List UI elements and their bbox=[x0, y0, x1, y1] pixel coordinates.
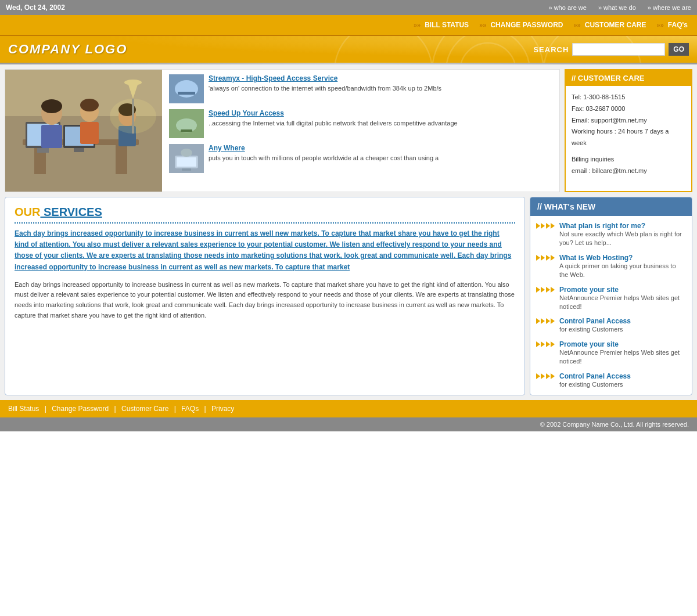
services-normal-text: Each day brings increased opportunity to… bbox=[15, 280, 515, 320]
whats-new-body-2: NetAnnounce Premier helps Web sites get … bbox=[559, 294, 686, 312]
customer-care-billing-label: Billing inquiries bbox=[572, 154, 685, 165]
left-content: Streamyx - High-Speed Access Service 'al… bbox=[5, 69, 692, 395]
article-text-3: Any Where puts you in touch with million… bbox=[209, 144, 439, 163]
nav-link-where[interactable]: where we are bbox=[648, 4, 691, 11]
svg-point-18 bbox=[41, 99, 62, 113]
footer-link-3[interactable]: FAQs bbox=[181, 405, 199, 413]
whats-new-body-1: A quick primer on taking your business t… bbox=[559, 262, 686, 280]
services-heading-our: OUR bbox=[15, 206, 40, 218]
svg-rect-31 bbox=[178, 92, 195, 95]
whats-new-item-0: What plan is right for me? Not sure exac… bbox=[536, 222, 686, 248]
whats-new-text-3: Control Panel Access for existing Custom… bbox=[559, 317, 631, 334]
whats-new-title-0[interactable]: What plan is right for me? bbox=[559, 222, 686, 230]
arrow-double-1b bbox=[546, 255, 555, 261]
svg-point-4 bbox=[335, 36, 432, 63]
change-password-button[interactable]: CHANGE PASSWORD bbox=[476, 20, 566, 30]
footer-links: Bill Status | Change Password | Customer… bbox=[0, 400, 697, 417]
svg-rect-9 bbox=[116, 145, 127, 174]
whats-new-title-2[interactable]: Promote your site bbox=[559, 286, 686, 294]
footer-link-2[interactable]: Customer Care bbox=[121, 405, 168, 413]
article-title-1[interactable]: Streamyx - High-Speed Access Service bbox=[209, 74, 441, 82]
svg-rect-12 bbox=[37, 148, 49, 153]
customer-care-tel: Tel: 1-300-88-1515 bbox=[572, 92, 685, 103]
article-thumb-3 bbox=[169, 144, 204, 173]
svg-rect-15 bbox=[74, 148, 84, 152]
svg-point-28 bbox=[110, 99, 156, 134]
article-item-2: Speed Up Your Access ..accessing the Int… bbox=[169, 109, 552, 138]
faq-button[interactable]: FAQ's bbox=[653, 20, 691, 30]
footer-copyright: © 2002 Company Name Co., Ltd. All rights… bbox=[0, 417, 697, 431]
top-nav-links: who are we what we do where we are bbox=[548, 4, 691, 11]
arrow-icon-3 bbox=[536, 318, 555, 324]
article-body-2: ..accessing the Internet via full digita… bbox=[209, 119, 458, 128]
svg-point-0 bbox=[432, 36, 544, 63]
main-content: Streamyx - High-Speed Access Service 'al… bbox=[0, 64, 697, 400]
nav-link-who[interactable]: who are we bbox=[548, 4, 586, 11]
whats-new-text-0: What plan is right for me? Not sure exac… bbox=[559, 222, 686, 248]
arrow-double-3b bbox=[546, 318, 555, 324]
customer-care-hours: Working hours : 24 hours 7 days a week bbox=[572, 126, 685, 149]
arrow-icon-0 bbox=[536, 223, 555, 229]
svg-point-30 bbox=[175, 80, 198, 98]
customer-care-body: Tel: 1-300-88-1515 Fax: 03-2687 0000 Ema… bbox=[566, 86, 691, 183]
arrow-double-2 bbox=[536, 287, 545, 293]
people-illustration bbox=[5, 70, 162, 192]
article-body-1: 'always on' connection to the internet w… bbox=[209, 84, 441, 93]
search-area: SEARCH GO bbox=[533, 43, 689, 56]
arrow-icon-5 bbox=[536, 373, 555, 379]
whats-new-header: WHAT's NEW bbox=[530, 197, 692, 216]
whats-new-title-1[interactable]: What is Web Hosting? bbox=[559, 254, 686, 262]
whats-new-item-3: Control Panel Access for existing Custom… bbox=[536, 317, 686, 334]
article-image-2 bbox=[169, 109, 204, 138]
arrow-double-0 bbox=[536, 223, 545, 229]
article-item-3: Any Where puts you in touch with million… bbox=[169, 144, 552, 173]
feature-row: Streamyx - High-Speed Access Service 'al… bbox=[5, 69, 692, 192]
article-title-2[interactable]: Speed Up Your Access bbox=[209, 109, 458, 117]
services-bold-text: Each day brings increased opportunity to… bbox=[15, 228, 515, 273]
feature-left: Streamyx - High-Speed Access Service 'al… bbox=[5, 69, 560, 192]
feature-articles: Streamyx - High-Speed Access Service 'al… bbox=[162, 70, 559, 192]
whats-new-text-2: Promote your site NetAnnounce Premier he… bbox=[559, 286, 686, 312]
customer-care-button[interactable]: CUSTOMER CARE bbox=[570, 20, 650, 30]
svg-rect-39 bbox=[177, 157, 196, 167]
arrow-double-1 bbox=[536, 255, 545, 261]
article-thumb-2 bbox=[169, 109, 204, 138]
whats-new-item-1: What is Web Hosting? A quick primer on t… bbox=[536, 254, 686, 280]
svg-rect-17 bbox=[41, 125, 62, 148]
arrow-double-4 bbox=[536, 341, 545, 347]
arrow-double-0b bbox=[546, 223, 555, 229]
services-section: OUR SERVICES Each day brings increased o… bbox=[5, 197, 525, 395]
footer-link-0[interactable]: Bill Status bbox=[8, 405, 39, 413]
arrow-double-3 bbox=[536, 318, 545, 324]
feature-photo bbox=[5, 70, 162, 192]
svg-point-1 bbox=[446, 36, 530, 63]
whats-new-item-4: Promote your site NetAnnounce Premier he… bbox=[536, 340, 686, 366]
whats-new-body-0: Not sure exactly which Web plan is right… bbox=[559, 230, 686, 248]
whats-new-body-3: for existing Customers bbox=[559, 325, 631, 334]
top-nav-bar: Wed, Oct 24, 2002 who are we what we do … bbox=[0, 0, 697, 15]
bottom-row: OUR SERVICES Each day brings increased o… bbox=[5, 197, 692, 395]
whats-new-title-4[interactable]: Promote your site bbox=[559, 340, 686, 348]
footer-link-4[interactable]: Privacy bbox=[211, 405, 234, 413]
arrow-double-2b bbox=[546, 287, 555, 293]
search-input[interactable] bbox=[572, 43, 665, 56]
go-button[interactable]: GO bbox=[669, 43, 689, 56]
footer-link-1[interactable]: Change Password bbox=[52, 405, 109, 413]
customer-care-billing-email: email : billcare@tm.net.my bbox=[572, 165, 685, 177]
svg-rect-36 bbox=[181, 129, 192, 132]
services-heading-services: SERVICES bbox=[40, 206, 102, 218]
whats-new-title-5[interactable]: Control Panel Access bbox=[559, 372, 631, 380]
whats-new-item-5: Control Panel Access for existing Custom… bbox=[536, 372, 686, 389]
nav-link-what[interactable]: what we do bbox=[598, 4, 636, 11]
whats-new-title-3[interactable]: Control Panel Access bbox=[559, 317, 631, 325]
company-logo: COMPANY LOGO bbox=[8, 42, 127, 57]
whats-new-text-5: Control Panel Access for existing Custom… bbox=[559, 372, 631, 389]
article-thumb-1 bbox=[169, 74, 204, 103]
arrow-icon-4 bbox=[536, 341, 555, 347]
bill-status-button[interactable]: BILL STATUS bbox=[410, 20, 472, 30]
article-image-3 bbox=[169, 144, 204, 173]
article-title-3[interactable]: Any Where bbox=[209, 144, 439, 152]
article-text-1: Streamyx - High-Speed Access Service 'al… bbox=[209, 74, 441, 93]
whats-new-body-4: NetAnnounce Premier helps Web sites get … bbox=[559, 348, 686, 366]
services-heading: OUR SERVICES bbox=[15, 206, 515, 224]
